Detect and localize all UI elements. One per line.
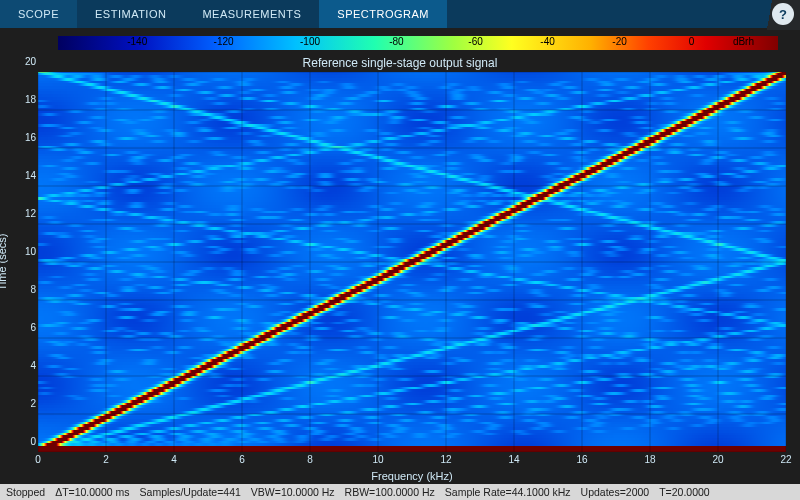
y-axis: Time (secs) 02468101214161820 xyxy=(14,72,38,452)
colorbar-unit: dBrh xyxy=(733,36,754,47)
tab-scope[interactable]: SCOPE xyxy=(0,0,77,28)
axes: Time (secs) 02468101214161820 xyxy=(14,72,786,452)
tab-bar: SCOPE ESTIMATION MEASUREMENTS SPECTROGRA… xyxy=(0,0,800,28)
x-tick: 12 xyxy=(440,454,451,465)
spectrum-analyzer-window: SCOPE ESTIMATION MEASUREMENTS SPECTROGRA… xyxy=(0,0,800,500)
y-tick: 0 xyxy=(30,435,36,446)
status-t: T=20.0000 xyxy=(659,486,710,498)
y-tick: 4 xyxy=(30,359,36,370)
tab-estimation[interactable]: ESTIMATION xyxy=(77,0,184,28)
status-bar: Stopped ΔT=10.0000 ms Samples/Update=441… xyxy=(0,484,800,501)
status-rbw: RBW=100.0000 Hz xyxy=(345,486,435,498)
colorbar-tick: -140 xyxy=(127,36,147,47)
y-tick: 16 xyxy=(25,131,36,142)
y-axis-ticks: 02468101214161820 xyxy=(16,72,36,452)
x-axis: Frequency (kHz) 0246810121416182022 xyxy=(38,452,786,482)
plot-area: dBrh -140-120-100-80-60-40-200 Reference… xyxy=(0,28,800,484)
status-spu: Samples/Update=441 xyxy=(140,486,241,498)
y-tick: 20 xyxy=(25,55,36,66)
y-tick: 18 xyxy=(25,93,36,104)
y-tick: 8 xyxy=(30,283,36,294)
y-tick: 6 xyxy=(30,321,36,332)
colorbar-tick: -20 xyxy=(612,36,626,47)
x-tick: 16 xyxy=(576,454,587,465)
colorbar: dBrh -140-120-100-80-60-40-200 xyxy=(58,34,778,52)
tab-measurements[interactable]: MEASUREMENTS xyxy=(184,0,319,28)
x-tick: 20 xyxy=(712,454,723,465)
colorbar-tick: -120 xyxy=(214,36,234,47)
spectrogram-canvas[interactable] xyxy=(38,72,786,452)
colorbar-tick: -80 xyxy=(389,36,403,47)
x-tick: 8 xyxy=(307,454,313,465)
x-tick: 14 xyxy=(508,454,519,465)
help-button[interactable]: ? xyxy=(772,3,794,25)
colorbar-gradient: dBrh -140-120-100-80-60-40-200 xyxy=(58,36,778,50)
status-state: Stopped xyxy=(6,486,45,498)
colorbar-tick: -40 xyxy=(540,36,554,47)
y-tick: 10 xyxy=(25,245,36,256)
status-rate: Sample Rate=44.1000 kHz xyxy=(445,486,571,498)
y-tick: 12 xyxy=(25,207,36,218)
x-tick: 10 xyxy=(372,454,383,465)
status-vbw: VBW=10.0000 Hz xyxy=(251,486,335,498)
x-tick: 18 xyxy=(644,454,655,465)
x-tick: 6 xyxy=(239,454,245,465)
colorbar-tick: -100 xyxy=(300,36,320,47)
y-axis-label: Time (secs) xyxy=(0,233,8,290)
x-tick: 0 xyxy=(35,454,41,465)
x-tick: 22 xyxy=(780,454,791,465)
spectrogram-canvas-wrap[interactable] xyxy=(38,72,786,452)
x-tick: 2 xyxy=(103,454,109,465)
colorbar-tick: -60 xyxy=(468,36,482,47)
status-updates: Updates=2000 xyxy=(581,486,650,498)
y-tick: 14 xyxy=(25,169,36,180)
status-dt: ΔT=10.0000 ms xyxy=(55,486,129,498)
x-axis-label: Frequency (kHz) xyxy=(371,470,452,482)
tab-spectrogram[interactable]: SPECTROGRAM xyxy=(319,0,447,28)
x-tick: 4 xyxy=(171,454,177,465)
colorbar-tick: 0 xyxy=(689,36,695,47)
plot-title: Reference single-stage output signal xyxy=(14,56,786,70)
y-tick: 2 xyxy=(30,397,36,408)
